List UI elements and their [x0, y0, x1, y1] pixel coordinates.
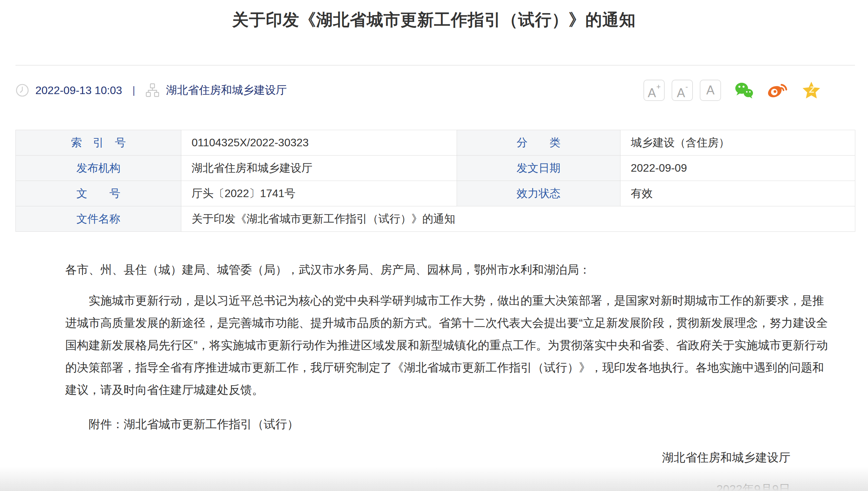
article-page: 关于印发《湖北省城市更新工作指引（试行）》的通知 2022-09-13 10:0…: [0, 0, 868, 491]
meta-separator: |: [133, 84, 135, 96]
issuing-org-value: 湖北省住房和城乡建设厅: [181, 156, 457, 181]
doc-number-label: 文 号: [16, 181, 181, 206]
index-number-label: 索 引 号: [16, 130, 181, 156]
header-divider: [15, 65, 855, 66]
table-row: 文 号 厅头〔2022〕1741号 效力状态 有效: [16, 181, 855, 206]
document-info-table: 索 引 号 01104325X/2022-30323 分 类 城乡建设（含住房）…: [15, 130, 855, 232]
org-sitemap-icon: [145, 83, 160, 98]
table-row: 索 引 号 01104325X/2022-30323 分 类 城乡建设（含住房）: [16, 130, 855, 156]
issuing-org-label: 发布机构: [16, 156, 181, 181]
body-paragraph: 实施城市更新行动，是以习近平总书记为核心的党中央科学研判城市工作大势，做出的重大…: [65, 289, 835, 401]
index-number-value: 01104325X/2022-30323: [181, 130, 457, 156]
file-name-label: 文件名称: [16, 206, 181, 232]
issue-date-label: 发文日期: [457, 156, 620, 181]
category-label: 分 类: [457, 130, 620, 156]
meta-row: 2022-09-13 10:03 | 湖北省住房和城乡建设厅 A+ A- A: [15, 78, 821, 103]
page-title: 关于印发《湖北省城市更新工作指引（试行）》的通知: [0, 9, 868, 31]
toolbar: A+ A- A: [643, 80, 821, 101]
wechat-icon[interactable]: [734, 82, 754, 99]
category-value: 城乡建设（含住房）: [620, 130, 855, 156]
font-reset-button[interactable]: A: [700, 80, 721, 101]
weibo-icon[interactable]: [767, 81, 789, 99]
source-org-link[interactable]: 湖北省住房和城乡建设厅: [166, 83, 287, 98]
validity-value: 有效: [620, 181, 855, 206]
article-body: 各市、州、县住（城）建局、城管委（局），武汉市水务局、房产局、园林局，鄂州市水利…: [65, 259, 835, 491]
publish-datetime: 2022-09-13 10:03: [35, 84, 122, 97]
doc-number-value: 厅头〔2022〕1741号: [181, 181, 457, 206]
table-row: 发布机构 湖北省住房和城乡建设厅 发文日期 2022-09-09: [16, 156, 855, 181]
issue-date-value: 2022-09-09: [620, 156, 855, 181]
validity-label: 效力状态: [457, 181, 620, 206]
svg-text:Z: Z: [809, 85, 815, 94]
signature-org: 湖北省住房和城乡建设厅: [65, 450, 835, 465]
file-name-value: 关于印发《湖北省城市更新工作指引（试行）》的通知: [181, 206, 855, 232]
clock-icon: [15, 83, 29, 97]
attachment-line: 附件：湖北省城市更新工作指引（试行）: [65, 413, 835, 435]
font-increase-button[interactable]: A+: [643, 80, 665, 101]
table-row: 文件名称 关于印发《湖北省城市更新工作指引（试行）》的通知: [16, 206, 855, 232]
qzone-icon[interactable]: Z: [802, 81, 821, 99]
salutation-line: 各市、州、县住（城）建局、城管委（局），武汉市水务局、房产局、园林局，鄂州市水利…: [65, 259, 835, 281]
font-decrease-button[interactable]: A-: [672, 80, 693, 101]
signature-date: 2022年9月9日: [65, 481, 835, 491]
